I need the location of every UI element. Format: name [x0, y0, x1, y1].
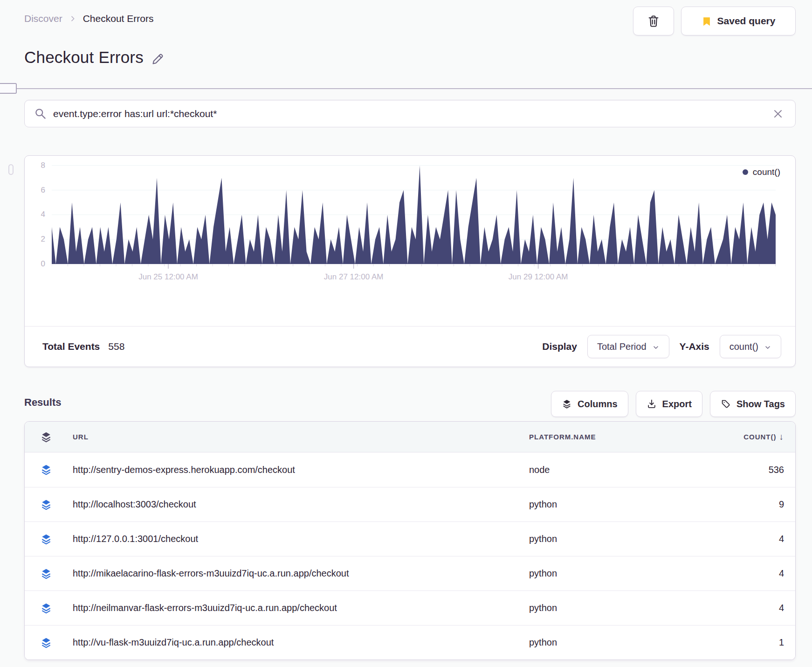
chart-footer: Total Events 558 Display Total Period Y-… — [25, 326, 795, 367]
display-label: Display — [542, 341, 577, 352]
display-select-value: Total Period — [597, 341, 647, 352]
row-url[interactable]: http://127.0.0.1:3001/checkout — [73, 534, 529, 544]
layers-icon[interactable] — [40, 568, 52, 580]
y-axis-tick-label: 2 — [28, 235, 45, 244]
delete-query-button[interactable] — [633, 7, 674, 35]
layers-icon[interactable] — [40, 637, 52, 649]
tag-icon — [721, 399, 731, 409]
row-url[interactable]: http://neilmanvar-flask-errors-m3uuizd7i… — [73, 603, 529, 613]
results-table: URL PLATFORM.NAME COUNT() ↓ http://sentr… — [24, 421, 796, 660]
layers-icon[interactable] — [40, 431, 52, 443]
show-tags-button-label: Show Tags — [736, 399, 785, 410]
columns-button-label: Columns — [578, 399, 618, 410]
layers-icon[interactable] — [40, 533, 52, 545]
events-area-chart[interactable] — [52, 160, 776, 271]
events-chart-panel: count() 02468 Jun 25 12:00 AMJun 27 12:0… — [24, 155, 796, 367]
page-title: Checkout Errors — [24, 48, 144, 67]
row-url[interactable]: http://vu-flask-m3uuizd7iq-uc.a.run.app/… — [73, 637, 529, 648]
y-axis-tick-label: 6 — [28, 186, 45, 195]
table-row[interactable]: http://localhost:3003/checkoutpython9 — [25, 487, 795, 521]
table-row[interactable]: http://neilmanvar-flask-errors-m3uuizd7i… — [25, 591, 795, 625]
column-header-url[interactable]: URL — [73, 433, 529, 441]
layers-icon[interactable] — [40, 602, 52, 614]
row-count: 536 — [691, 465, 795, 475]
table-row[interactable]: http://mikaelacarino-flask-errors-m3uuiz… — [25, 556, 795, 591]
breadcrumb-current: Checkout Errors — [83, 13, 154, 24]
row-platform: python — [529, 568, 691, 579]
row-count: 4 — [691, 603, 795, 613]
yaxis-label: Y-Axis — [680, 341, 709, 352]
saved-query-label: Saved query — [717, 15, 776, 27]
bookmark-icon — [702, 16, 712, 26]
row-count: 1 — [691, 637, 795, 648]
search-bar[interactable]: event.type:error has:url url:*checkout* — [24, 100, 796, 127]
saved-query-button[interactable]: Saved query — [681, 7, 796, 35]
row-count: 9 — [691, 499, 795, 510]
total-events-value: 558 — [108, 341, 124, 352]
layers-icon — [562, 399, 572, 409]
clear-search-icon[interactable] — [772, 108, 784, 120]
results-heading: Results — [24, 396, 61, 409]
table-row[interactable]: http://sentry-demos-express.herokuapp.co… — [25, 452, 795, 487]
row-platform: python — [529, 603, 691, 613]
chevron-right-icon — [69, 15, 76, 22]
display-select[interactable]: Total Period — [587, 335, 669, 358]
row-url[interactable]: http://localhost:3003/checkout — [73, 499, 529, 510]
export-button[interactable]: Export — [636, 391, 702, 417]
layers-icon[interactable] — [40, 499, 52, 511]
yaxis-select[interactable]: count() — [720, 335, 781, 358]
row-count: 4 — [691, 568, 795, 579]
layers-icon[interactable] — [40, 464, 52, 476]
row-url[interactable]: http://sentry-demos-express.herokuapp.co… — [73, 465, 529, 475]
y-axis-tick-label: 0 — [28, 259, 45, 269]
sort-descending-icon: ↓ — [779, 432, 784, 442]
scroll-handle[interactable] — [8, 164, 14, 175]
chevron-down-icon — [652, 343, 660, 350]
row-url[interactable]: http://mikaelacarino-flask-errors-m3uuiz… — [73, 568, 529, 579]
search-icon — [34, 107, 47, 120]
chevron-down-icon — [764, 343, 771, 350]
column-header-count[interactable]: COUNT() ↓ — [691, 432, 795, 442]
table-header-row: URL PLATFORM.NAME COUNT() ↓ — [25, 422, 795, 452]
edit-pencil-icon[interactable] — [151, 52, 165, 66]
row-platform: python — [529, 499, 691, 510]
column-header-platform[interactable]: PLATFORM.NAME — [529, 433, 691, 441]
sidebar-collapse-handle[interactable] — [0, 83, 17, 94]
yaxis-select-value: count() — [729, 341, 758, 352]
trash-icon — [647, 14, 660, 28]
table-row[interactable]: http://127.0.0.1:3001/checkoutpython4 — [25, 521, 795, 556]
row-count: 4 — [691, 534, 795, 544]
x-axis-tick-label: Jun 29 12:00 AM — [509, 272, 568, 282]
x-axis-tick-label: Jun 25 12:00 AM — [138, 272, 198, 282]
download-icon — [647, 399, 657, 409]
export-button-label: Export — [662, 399, 692, 410]
total-events-label: Total Events — [42, 341, 100, 352]
section-divider — [0, 88, 812, 89]
row-platform: node — [529, 465, 691, 475]
breadcrumb-discover-link[interactable]: Discover — [24, 13, 62, 24]
row-platform: python — [529, 637, 691, 648]
row-platform: python — [529, 534, 691, 544]
columns-button[interactable]: Columns — [551, 391, 628, 417]
breadcrumb: Discover Checkout Errors — [24, 13, 153, 24]
y-axis-tick-label: 4 — [28, 210, 45, 219]
table-row[interactable]: http://vu-flask-m3uuizd7iq-uc.a.run.app/… — [25, 625, 795, 660]
y-axis-tick-label: 8 — [28, 161, 45, 170]
show-tags-button[interactable]: Show Tags — [710, 391, 796, 417]
x-axis-tick-label: Jun 27 12:00 AM — [324, 272, 384, 282]
search-query-input[interactable]: event.type:error has:url url:*checkout* — [53, 108, 772, 119]
